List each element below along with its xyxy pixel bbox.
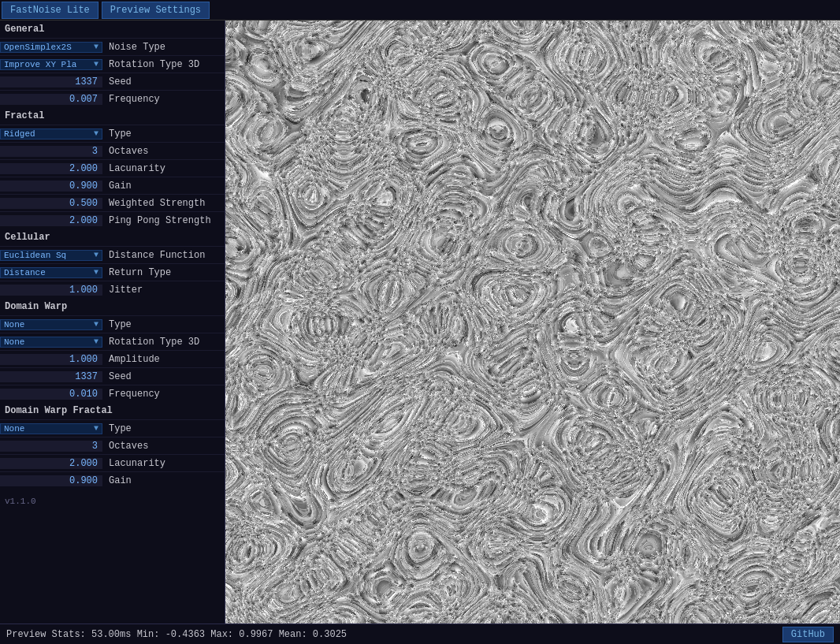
ping-pong-value[interactable]: 2.000 [0,215,102,226]
noise-type-label: Noise Type [102,42,165,53]
dw-rotation-type-label: Rotation Type 3D [102,337,199,348]
domain-warp-section-header: Domain Warp [0,298,225,315]
rotation-type-dropdown[interactable]: Improve XY Pla ▼ [0,59,102,70]
rotation-type-label: Rotation Type 3D [102,59,199,70]
dwf-lacunarity-row: 2.000 Lacunarity [0,454,225,471]
ping-pong-label: Ping Pong Strength [102,215,211,226]
gain-label: Gain [102,181,132,192]
weighted-strength-row: 0.500 Weighted Strength [0,194,225,211]
jitter-value[interactable]: 1.000 [0,285,102,296]
fractal-section-header: Fractal [0,107,225,125]
dw-type-row: None ▼ Type [0,315,225,333]
octaves-row: 3 Octaves [0,142,225,159]
preview-stats: Preview Stats: 53.00ms Min: -0.4363 Max:… [6,629,347,640]
dw-type-label: Type [102,319,132,330]
dwf-octaves-label: Octaves [102,441,148,452]
cellular-section-header: Cellular [0,229,225,246]
weighted-strength-value[interactable]: 0.500 [0,198,102,209]
fractal-type-row: Ridged ▼ Type [0,125,225,142]
preview-settings-button[interactable]: Preview Settings [102,2,210,19]
seed-value[interactable]: 1337 [0,76,102,87]
weighted-strength-label: Weighted Strength [102,198,205,209]
gain-row: 0.900 Gain [0,177,225,194]
dwf-lacunarity-label: Lacunarity [102,458,165,469]
dw-amplitude-label: Amplitude [102,354,160,365]
dwf-gain-label: Gain [102,475,132,486]
octaves-value[interactable]: 3 [0,146,102,157]
distance-func-label: Distance Function [102,250,205,261]
lacunarity-value[interactable]: 2.000 [0,163,102,174]
dw-seed-label: Seed [102,371,132,382]
seed-row: 1337 Seed [0,73,225,90]
return-type-dropdown[interactable]: Distance ▼ [0,267,102,278]
dw-rotation-type-arrow: ▼ [94,337,98,346]
dw-type-dropdown[interactable]: None ▼ [0,319,102,330]
noise-preview-canvas [225,20,840,624]
return-type-label: Return Type [102,267,171,278]
general-section-header: General [0,20,225,38]
noise-type-dropdown[interactable]: OpenSimplex2S ▼ [0,42,102,53]
preview-area [225,20,840,624]
distance-func-arrow: ▼ [94,251,98,259]
seed-label: Seed [102,76,132,87]
fractal-type-dropdown[interactable]: Ridged ▼ [0,128,102,140]
bottombar: Preview Stats: 53.00ms Min: -0.4363 Max:… [0,624,840,644]
dwf-gain-row: 0.900 Gain [0,471,225,489]
fastnoise-lite-button[interactable]: FastNoise Lite [2,2,98,19]
dw-frequency-label: Frequency [102,389,160,400]
distance-func-row: Euclidean Sq ▼ Distance Function [0,246,225,263]
version-text: v1.1.0 [0,489,225,514]
dw-frequency-row: 0.010 Frequency [0,385,225,402]
distance-func-dropdown[interactable]: Euclidean Sq ▼ [0,250,102,261]
dw-amplitude-value[interactable]: 1.000 [0,354,102,365]
dwf-type-row: None ▼ Type [0,419,225,437]
lacunarity-label: Lacunarity [102,163,165,174]
dw-type-arrow: ▼ [94,320,98,329]
return-type-row: Distance ▼ Return Type [0,263,225,281]
fractal-type-label: Type [102,128,132,140]
dwf-type-arrow: ▼ [94,424,98,433]
dw-frequency-value[interactable]: 0.010 [0,389,102,400]
dwf-type-label: Type [102,423,132,434]
noise-type-row: OpenSimplex2S ▼ Noise Type [0,38,225,55]
dw-rotation-type-dropdown[interactable]: None ▼ [0,337,102,348]
jitter-label: Jitter [102,285,143,296]
frequency-row: 0.007 Frequency [0,90,225,107]
dw-rotation-type-row: None ▼ Rotation Type 3D [0,333,225,350]
dwf-octaves-row: 3 Octaves [0,437,225,454]
dwf-section-header: Domain Warp Fractal [0,402,225,419]
dwf-lacunarity-value[interactable]: 2.000 [0,458,102,469]
ping-pong-row: 2.000 Ping Pong Strength [0,211,225,229]
octaves-label: Octaves [102,146,148,157]
noise-type-arrow: ▼ [94,43,98,51]
dw-seed-row: 1337 Seed [0,367,225,385]
rotation-type-arrow: ▼ [94,60,98,69]
dwf-octaves-value[interactable]: 3 [0,441,102,452]
gain-value[interactable]: 0.900 [0,181,102,192]
dwf-type-dropdown[interactable]: None ▼ [0,423,102,434]
left-panel: General OpenSimplex2S ▼ Noise Type Impro… [0,20,225,624]
frequency-value[interactable]: 0.007 [0,94,102,105]
dwf-gain-value[interactable]: 0.900 [0,475,102,486]
main-content: General OpenSimplex2S ▼ Noise Type Impro… [0,20,840,624]
frequency-label: Frequency [102,94,160,105]
lacunarity-row: 2.000 Lacunarity [0,159,225,177]
fractal-type-arrow: ▼ [94,129,98,138]
dw-amplitude-row: 1.000 Amplitude [0,350,225,367]
dw-seed-value[interactable]: 1337 [0,371,102,382]
jitter-row: 1.000 Jitter [0,281,225,298]
return-type-arrow: ▼ [94,268,98,277]
rotation-type-row: Improve XY Pla ▼ Rotation Type 3D [0,55,225,73]
topbar: FastNoise Lite Preview Settings [0,0,840,20]
github-button[interactable]: GitHub [782,627,834,642]
